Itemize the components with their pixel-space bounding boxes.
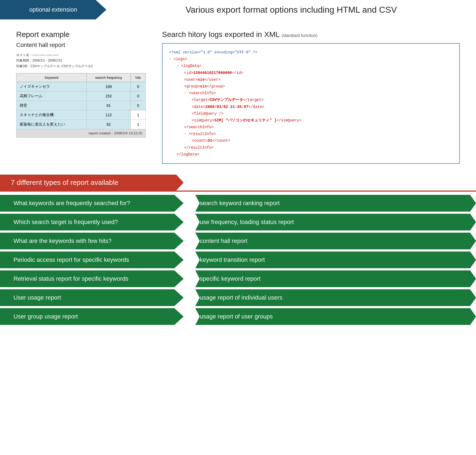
xml-title-main: Search hitory logs exported in XML xyxy=(162,30,279,39)
row-answer: search keyword ranking report xyxy=(184,195,476,212)
xml-line: - <searchInfo> xyxy=(169,90,453,97)
meta-line-2: 対象期間：2008/1/1 - 2008/1/31 xyxy=(16,58,146,63)
meta-line-3: 対象DB：CSVサンプルデータ, CSVサンプルデータ2 xyxy=(16,63,146,69)
row-answer: usage report of user groups xyxy=(184,308,476,325)
row-question: User usage report xyxy=(0,289,184,306)
row-answer: keyword transition report xyxy=(184,252,476,268)
xml-section-title: Search hitory logs exported in XML (stan… xyxy=(162,30,460,39)
xml-line: <fieldQuery /> xyxy=(169,110,453,117)
hits-cell: 0 xyxy=(131,91,146,101)
freq-cell: 112 xyxy=(87,110,131,120)
freq-cell: 152 xyxy=(87,91,131,101)
row-answer: usage report of individual users xyxy=(184,289,476,306)
badge-label: optional extension xyxy=(29,6,77,13)
col-freq: search frequency xyxy=(87,73,131,82)
report-row: Periodic access report for specific keyw… xyxy=(0,252,476,268)
xml-line: <target>CSVサンプルデータ</target> xyxy=(169,97,453,103)
keyword-cell: ノイズキャンセラ xyxy=(16,82,87,91)
col-hits: hits xyxy=(131,73,146,82)
row-answer: specific keyword report xyxy=(184,270,476,287)
hits-cell: 0 xyxy=(131,101,146,110)
hits-cell: 1 xyxy=(131,110,146,120)
xml-line: - <resultInfo> xyxy=(169,131,453,137)
report-row: Retrieval status report for specific key… xyxy=(0,270,476,287)
row-question: Periodic access report for specific keyw… xyxy=(0,252,184,268)
table-footer-row: report created：2008/2/4 13:22:25 xyxy=(16,129,146,138)
xml-line: <count>31</count> xyxy=(169,137,453,144)
row-question: What keywords are frequently searched fo… xyxy=(0,195,184,212)
xml-line: </searchInfo> xyxy=(169,124,453,131)
freq-cell: 81 xyxy=(87,101,131,110)
header: optional extension Various export format… xyxy=(0,0,476,19)
report-rows: What keywords are frequently searched fo… xyxy=(0,195,476,325)
xml-line: <user>sis</user> xyxy=(169,76,453,83)
table-footer-cell: report created：2008/2/4 13:22:25 xyxy=(16,129,146,138)
xml-line: <simQuery>SIM[ "パソコンのセキュリティ" ]</simQuery… xyxy=(169,117,453,124)
keyword-cell: スキャナとの複合機 xyxy=(16,110,87,120)
report-row: Which search target is frequently used?u… xyxy=(0,214,476,230)
keyword-cell: 家族毎に差出人を変えたい xyxy=(16,120,87,129)
xml-line: </logData> xyxy=(169,151,453,158)
table-row: 家族毎に差出人を変えたい821 xyxy=(16,120,146,129)
xml-box: <?xml version="1.0" encoding="UTF-8" ?>-… xyxy=(162,43,460,164)
red-banner-wrap: 7 different types of report available xyxy=(0,175,476,191)
table-row: ノイズキャンセラ1680 xyxy=(16,82,146,91)
report-meta: ホスト名：○○○.○○○.○○○.○○○ 対象期間：2008/1/1 - 200… xyxy=(16,52,146,69)
red-divider xyxy=(0,191,476,192)
col-keyword: Keyword xyxy=(16,73,87,82)
xml-section: Search hitory logs exported in XML (stan… xyxy=(162,30,460,164)
row-answer: use frequency, loading status report xyxy=(184,214,476,230)
report-section: Report example Content hall report ホスト名：… xyxy=(16,30,146,164)
xml-line: <date>2008/03/02 21:45:07</date> xyxy=(169,104,453,110)
xml-line: <group>sis</group> xyxy=(169,83,453,90)
hits-cell: 0 xyxy=(131,82,146,91)
row-question: Retrieval status report for specific key… xyxy=(0,270,184,287)
xml-line: <?xml version="1.0" encoding="UTF-8" ?> xyxy=(169,49,453,56)
table-row: 雑音810 xyxy=(16,101,146,110)
freq-cell: 82 xyxy=(87,120,131,129)
xml-line: <id>12044619217860000</id> xyxy=(169,70,453,76)
report-row: User group usage reportusage report of u… xyxy=(0,308,476,325)
red-banner: 7 different types of report available xyxy=(0,175,184,191)
row-question: User group usage report xyxy=(0,308,184,325)
freq-cell: 168 xyxy=(87,82,131,91)
row-answer: content hall report xyxy=(184,233,476,249)
row-question: What are the keywords with few hits? xyxy=(0,233,184,249)
table-row: 花柄フレーム1520 xyxy=(16,91,146,101)
meta-line-1: ホスト名：○○○.○○○.○○○.○○○ xyxy=(16,52,146,58)
keyword-cell: 雑音 xyxy=(16,101,87,110)
table-row: スキャナとの複合機1121 xyxy=(16,110,146,120)
xml-line: - <logs> xyxy=(169,56,453,63)
header-title: Various export format options including … xyxy=(106,0,476,19)
row-question: Which search target is frequently used? xyxy=(0,214,184,230)
bottom-section: 7 different types of report available Wh… xyxy=(0,175,476,325)
section-title: Report example xyxy=(16,30,146,39)
main-content: Report example Content hall report ホスト名：… xyxy=(0,19,476,172)
report-table: Keyword search frequency hits ノイズキャンセラ16… xyxy=(16,73,146,138)
xml-line: - <logData> xyxy=(169,63,453,69)
subsection-title: Content hall report xyxy=(16,42,146,49)
xml-line: </resultInfo> xyxy=(169,144,453,151)
xml-title-std: (standard function) xyxy=(282,33,318,38)
keyword-cell: 花柄フレーム xyxy=(16,91,87,101)
optional-extension-badge: optional extension xyxy=(0,0,106,19)
report-row: What keywords are frequently searched fo… xyxy=(0,195,476,212)
report-row: User usage reportusage report of individ… xyxy=(0,289,476,306)
report-row: What are the keywords with few hits?cont… xyxy=(0,233,476,249)
hits-cell: 1 xyxy=(131,120,146,129)
